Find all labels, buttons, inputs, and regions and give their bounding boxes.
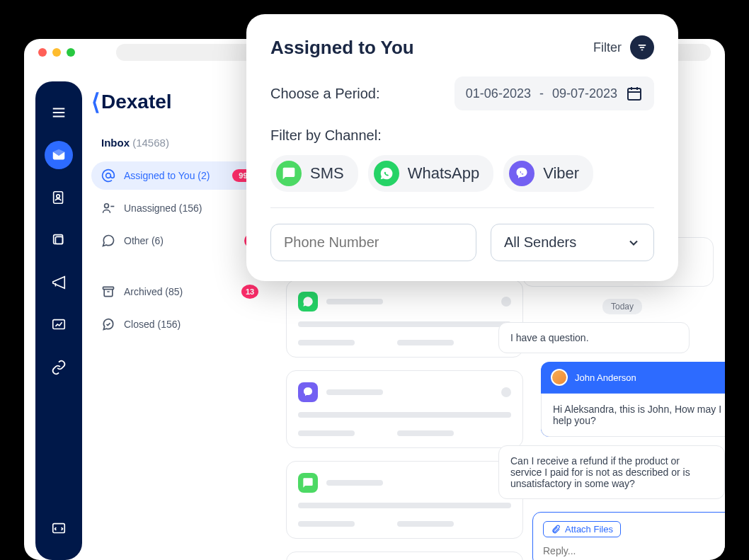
nav-contacts[interactable] <box>45 183 73 212</box>
whatsapp-icon <box>298 292 318 312</box>
filter-button[interactable]: Filter <box>593 35 654 59</box>
filter-panel: Assigned to You Filter Choose a Period: … <box>246 14 678 281</box>
inbox-item-unassigned[interactable]: Unassigned (156) <box>91 194 268 222</box>
viber-icon <box>298 382 318 402</box>
archive-icon <box>101 285 115 299</box>
menu-icon[interactable] <box>45 98 73 127</box>
nav-analytics[interactable] <box>45 311 73 339</box>
svg-rect-15 <box>641 50 644 51</box>
inbox-item-closed[interactable]: Closed (156) <box>91 310 268 338</box>
nav-templates[interactable] <box>45 226 73 254</box>
at-icon <box>101 168 115 183</box>
svg-point-4 <box>57 195 60 198</box>
svg-rect-7 <box>53 320 65 329</box>
channel-filter-label: Filter by Channel: <box>270 127 654 144</box>
inbox-list: Assigned to You (2) 99+ Unassigned (156)… <box>91 161 268 338</box>
reply-box[interactable]: Attach Files <box>532 512 725 560</box>
inbox-item-label: Closed (156) <box>124 319 258 330</box>
date-range-picker[interactable]: 01-06-2023 - 09-07-2023 <box>454 76 654 110</box>
inbox-item-badge: 13 <box>241 285 258 299</box>
brand-name: Dexatel <box>101 91 172 113</box>
svg-rect-14 <box>640 47 645 48</box>
window-minimize-button[interactable] <box>52 48 61 57</box>
window-close-button[interactable] <box>38 48 47 57</box>
person-minus-icon <box>101 201 115 215</box>
channel-chip-viber[interactable]: Viber <box>503 155 593 192</box>
svg-rect-13 <box>639 45 646 46</box>
channel-chip-whatsapp[interactable]: WhatsApp <box>368 155 494 192</box>
inbox-item-archived[interactable]: Archived (85) 13 <box>91 278 268 306</box>
sidebar-nav <box>35 81 82 560</box>
svg-point-10 <box>105 204 109 208</box>
sms-icon <box>298 473 318 493</box>
svg-rect-6 <box>55 236 62 244</box>
inbox-header: Inbox (14568) <box>91 137 268 149</box>
paperclip-icon <box>551 525 561 535</box>
reply-input[interactable] <box>543 545 725 556</box>
period-label: Choose a Period: <box>270 86 380 102</box>
date-from: 01-06-2023 <box>466 86 531 101</box>
phone-number-input[interactable] <box>270 224 476 261</box>
nav-integrations[interactable] <box>45 353 73 382</box>
chat-check-icon <box>101 317 115 331</box>
svg-rect-8 <box>53 524 65 533</box>
inbox-item-label: Archived (85) <box>124 286 241 297</box>
svg-point-9 <box>106 173 111 178</box>
conversation-card[interactable] <box>286 280 523 358</box>
date-to: 09-07-2023 <box>552 86 617 101</box>
message-incoming: I have a question. <box>498 322 690 353</box>
avatar <box>551 369 568 386</box>
message-incoming: Can I receive a refund if the product or… <box>498 445 725 499</box>
conversation-card[interactable] <box>286 461 523 539</box>
sms-icon <box>276 161 302 186</box>
nav-developer[interactable] <box>45 515 73 543</box>
window-maximize-button[interactable] <box>67 48 75 57</box>
calendar-icon <box>626 85 643 102</box>
conversation-card[interactable] <box>286 552 523 560</box>
agent-message-body: Hi Aleksandra, this is John, How may I h… <box>541 394 725 437</box>
inbox-panel: ⟨Dexatel Inbox (14568) Assigned to You (… <box>91 88 268 338</box>
viber-icon <box>509 161 534 186</box>
inbox-count: (14568) <box>132 137 169 149</box>
inbox-item-label: Assigned to You (2) <box>124 170 232 181</box>
date-divider: Today <box>498 299 725 312</box>
message-agent: John Anderson Hi Aleksandra, this is Joh… <box>541 362 725 437</box>
chevron-down-icon <box>627 236 641 250</box>
inbox-item-label: Unassigned (156) <box>124 202 258 214</box>
conversation-list <box>286 280 523 560</box>
filter-panel-title: Assigned to You <box>270 37 414 59</box>
agent-name: John Anderson <box>575 372 636 383</box>
attach-files-button[interactable]: Attach Files <box>543 521 621 537</box>
filter-icon <box>630 35 654 59</box>
chat-panel: Today I have a question. John Anderson H… <box>498 237 725 560</box>
inbox-title: Inbox <box>101 137 130 149</box>
nav-inbox[interactable] <box>45 141 73 169</box>
inbox-item-label: Other (6) <box>124 235 244 246</box>
inbox-item-other[interactable]: Other (6) 2 <box>91 227 268 255</box>
conversation-card[interactable] <box>286 370 523 448</box>
svg-rect-12 <box>103 287 114 289</box>
channel-chip-sms[interactable]: SMS <box>270 155 358 192</box>
senders-dropdown[interactable]: All Senders <box>491 224 654 261</box>
svg-rect-16 <box>628 88 641 100</box>
chat-icon <box>101 234 115 248</box>
inbox-item-assigned[interactable]: Assigned to You (2) 99+ <box>91 161 268 190</box>
nav-campaigns[interactable] <box>45 268 73 297</box>
logo: ⟨Dexatel <box>91 88 268 115</box>
whatsapp-icon <box>374 161 399 186</box>
